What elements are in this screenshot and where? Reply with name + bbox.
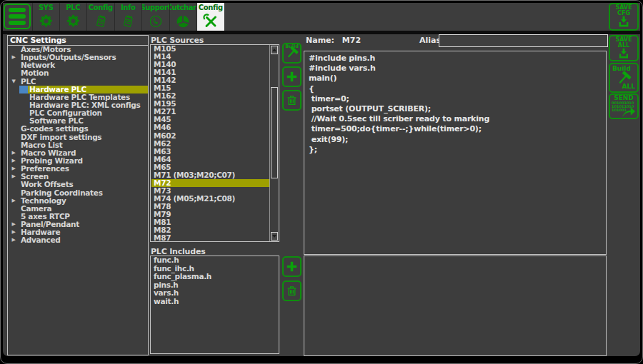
code-text[interactable]: #include pins.h #include vars.h main() {… [304, 51, 606, 157]
source-list-item[interactable]: M62 [151, 140, 269, 148]
tree-expand-icon[interactable]: ▶ [8, 197, 19, 205]
plus-icon [285, 260, 299, 273]
add-include-button[interactable] [282, 256, 301, 277]
add-source-button[interactable] [282, 66, 301, 87]
trash-icon [285, 284, 299, 298]
tree-expand-icon[interactable]: ▶ [8, 149, 19, 157]
toolbar-tabs: SYS PLC Config Info [32, 3, 225, 31]
tab-support[interactable]: Support [142, 3, 170, 31]
source-list-item[interactable]: M87 [151, 234, 269, 241]
tree-expand-icon[interactable]: ▶ [8, 173, 19, 181]
phone-icon [148, 11, 164, 31]
tree-item-label: Advanced [19, 236, 148, 244]
tree-expand-icon[interactable]: ▶ [8, 157, 19, 165]
tree-item[interactable]: G-codes settings [8, 125, 148, 133]
tree-expand-icon[interactable]: ▶ [8, 54, 19, 61]
tools-icon [202, 11, 219, 31]
tree-item[interactable]: Motion [8, 69, 148, 77]
tree-item-label: Parking Coordinates [19, 189, 148, 197]
name-label: Name: [306, 36, 334, 45]
save-cfg-button[interactable]: SAVE CFG [609, 3, 639, 31]
sources-scrollbar[interactable] [269, 45, 279, 241]
plc-includes-list: func.hfunc_ihc.hfunc_plasma.hpins.hvars.… [150, 256, 279, 354]
tree-expand-icon[interactable]: ▶ [8, 236, 19, 244]
source-name-row: Name: M72 Aliases: [306, 36, 454, 49]
gear-icon [66, 11, 81, 31]
trash-icon [285, 93, 299, 107]
plus-icon [285, 70, 299, 84]
tab-sys[interactable]: SYS [32, 3, 60, 31]
scroll-up-button[interactable] [271, 46, 278, 54]
delete-include-button[interactable] [282, 280, 301, 301]
cnc-settings-header: CNC Settings [8, 36, 148, 46]
tab-config-active[interactable]: Config [197, 3, 225, 31]
scroll-thumb[interactable] [271, 87, 278, 178]
delete-source-button[interactable] [282, 90, 301, 111]
notepad-icon [93, 11, 109, 31]
tab-config-notes[interactable]: Config [87, 3, 115, 31]
hamburger-icon [9, 8, 26, 12]
triangle-up-icon [272, 49, 276, 51]
pie-chart-icon [175, 11, 191, 31]
gear-icon [39, 11, 54, 31]
app-window: SYS PLC Config Info [0, 0, 643, 364]
include-list-item[interactable]: wait.h [151, 298, 278, 306]
tree-item[interactable]: ▶ Advanced [8, 236, 148, 244]
tab-info[interactable]: Info [115, 3, 143, 31]
tab-cutchart[interactable]: Cutchart [170, 3, 198, 31]
name-value: M72 [342, 36, 361, 45]
aliases-input[interactable] [439, 34, 608, 47]
source-list-item[interactable]: M602 [151, 132, 269, 140]
plc-sources-list: M105M14M140M141M142M15M162M195M271M45M46… [150, 44, 279, 242]
source-list-item[interactable]: M63 [151, 148, 269, 156]
tree-item-label: Motion [19, 69, 148, 77]
notepad-icon [120, 11, 136, 31]
save-icon [610, 16, 637, 29]
tree-item-label: PLC [19, 78, 148, 86]
tree-expand-icon[interactable]: ▶ [8, 228, 19, 236]
tree-item[interactable]: Work Offsets [8, 181, 148, 188]
tree-item-label: G-codes settings [19, 125, 148, 133]
app-content: SYS PLC Config Info [3, 3, 640, 356]
send-arrow-icon [621, 105, 637, 118]
triangle-down-icon [272, 235, 276, 238]
main-menu-button[interactable] [4, 4, 31, 29]
tab-plc[interactable]: PLC [60, 3, 88, 31]
top-toolbar: SYS PLC Config Info [3, 3, 640, 34]
tree-item[interactable]: Parking Coordinates [8, 189, 148, 197]
cnc-settings-panel: CNC Settings Axes/Motors ▶ Inputs/Output… [7, 35, 149, 355]
tree-expand-icon[interactable]: ▶ [8, 221, 19, 228]
scroll-down-button[interactable] [271, 232, 278, 241]
build-output-box[interactable] [304, 256, 607, 356]
include-list-item[interactable]: func.h [151, 256, 278, 265]
tree-item-label: DXF import settings [19, 133, 148, 141]
tree-expand-icon[interactable]: ▼ [8, 78, 19, 86]
save-icon [610, 48, 637, 60]
tree-item-label: Work Offsets [19, 181, 148, 188]
build-all-button[interactable]: Build ALL [609, 63, 639, 93]
source-list-item[interactable]: M46 [151, 123, 269, 131]
send-button[interactable]: SEND 001001010 101011010 101001 [609, 93, 639, 119]
code-editor[interactable]: #include pins.h #include vars.h main() {… [304, 51, 607, 255]
build-source-button[interactable]: Build [282, 43, 301, 64]
settings-tree[interactable]: Axes/Motors ▶ Inputs/Outputs/Sensors Net… [8, 46, 148, 355]
save-all-button[interactable]: SAVE ALL [609, 35, 639, 61]
tree-expand-icon[interactable]: ▶ [8, 165, 19, 173]
